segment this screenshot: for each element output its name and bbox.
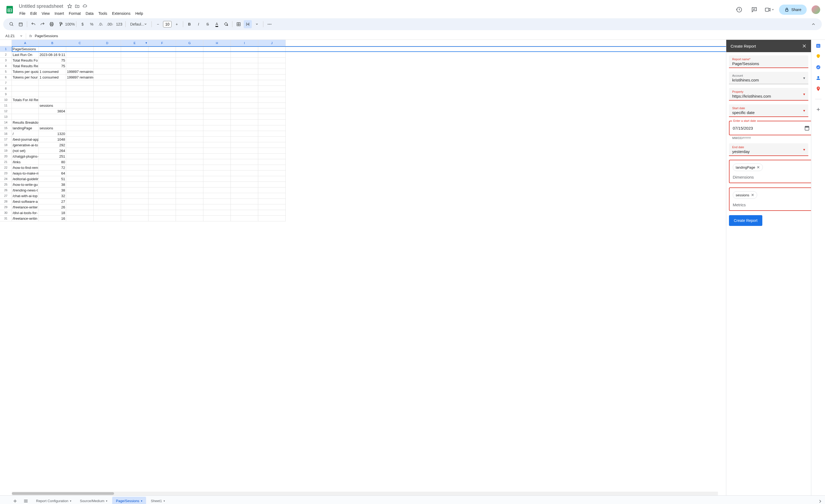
cell[interactable] [148, 159, 176, 165]
cell[interactable] [94, 165, 121, 171]
cell[interactable] [203, 86, 231, 91]
cell[interactable] [231, 103, 258, 108]
cell[interactable] [121, 154, 148, 159]
cell[interactable] [66, 216, 94, 221]
italic-icon[interactable]: I [195, 20, 203, 28]
cell[interactable] [231, 216, 258, 221]
cell[interactable] [66, 148, 94, 154]
cell[interactable] [148, 46, 176, 52]
share-button[interactable]: Share [779, 5, 807, 15]
row-header[interactable]: 19 [0, 148, 12, 154]
cell[interactable]: /how-to-write-gu [12, 182, 39, 187]
print-icon[interactable] [48, 20, 56, 28]
menu-insert[interactable]: Insert [53, 10, 66, 17]
cell[interactable] [231, 80, 258, 86]
row-header[interactable]: 17 [0, 137, 12, 142]
row-header[interactable]: 28 [0, 199, 12, 204]
cell[interactable] [121, 91, 148, 97]
cell[interactable] [203, 125, 231, 131]
metrics-box[interactable]: sessions ✕ Metrics [729, 187, 811, 211]
start-date-select[interactable]: specific date [732, 110, 805, 115]
merge-dropdown-icon[interactable] [253, 20, 261, 28]
cell[interactable]: Results Breakdown [12, 120, 39, 125]
cell[interactable] [148, 63, 176, 69]
menu-data[interactable]: Data [83, 10, 96, 17]
spreadsheet-grid[interactable]: ABCDE▾FGHIJ 1 Page/Sessions 2 Last Run O… [0, 40, 726, 495]
row-header[interactable]: 6 [0, 75, 12, 80]
sheet-tab[interactable]: Report Configuration ▾ [32, 497, 75, 504]
tasks-app-icon[interactable] [816, 65, 821, 70]
font-size-input[interactable] [163, 21, 172, 27]
currency-icon[interactable]: $ [79, 20, 87, 28]
tab-menu-icon[interactable]: ▾ [106, 499, 107, 502]
cell[interactable] [176, 182, 203, 187]
cell[interactable] [121, 159, 148, 165]
cell[interactable] [94, 159, 121, 165]
cell[interactable] [231, 114, 258, 120]
cell[interactable] [231, 159, 258, 165]
cell[interactable] [39, 114, 66, 120]
cell[interactable] [121, 204, 148, 210]
cell[interactable]: 72 [39, 165, 66, 171]
row-header[interactable]: 25 [0, 182, 12, 187]
strikethrough-icon[interactable]: S [204, 20, 212, 28]
cell[interactable] [203, 137, 231, 142]
cell[interactable] [121, 120, 148, 125]
cell[interactable] [12, 86, 39, 91]
row-header[interactable]: 20 [0, 154, 12, 159]
cell[interactable] [94, 148, 121, 154]
cell[interactable] [231, 69, 258, 75]
cell[interactable] [148, 182, 176, 187]
paint-format-icon[interactable] [57, 20, 65, 28]
all-sheets-icon[interactable] [21, 497, 30, 504]
cell[interactable] [231, 182, 258, 187]
cell[interactable] [148, 120, 176, 125]
cell[interactable] [121, 63, 148, 69]
cell[interactable] [66, 63, 94, 69]
row-header[interactable]: 4 [0, 63, 12, 69]
cell[interactable]: /best-software-a [12, 199, 39, 204]
cell[interactable] [121, 148, 148, 154]
cell[interactable] [176, 80, 203, 86]
cell[interactable] [258, 120, 286, 125]
cell[interactable] [231, 120, 258, 125]
cell[interactable] [258, 97, 286, 103]
cell[interactable]: 1 consumed [39, 75, 66, 80]
avatar[interactable] [811, 5, 821, 14]
cell[interactable] [176, 58, 203, 63]
cell[interactable] [94, 69, 121, 75]
cell[interactable]: 51 [39, 176, 66, 182]
cell[interactable] [94, 52, 121, 58]
cell[interactable] [94, 80, 121, 86]
calendar-icon[interactable] [17, 20, 25, 28]
cell[interactable] [121, 137, 148, 142]
bold-icon[interactable]: B [185, 20, 194, 28]
cell[interactable] [258, 125, 286, 131]
cell[interactable] [203, 58, 231, 63]
number-format[interactable]: 123 [115, 20, 123, 28]
cell[interactable] [121, 86, 148, 91]
cell[interactable]: /chatgpt-plugins- [12, 154, 39, 159]
cell[interactable] [176, 103, 203, 108]
cell[interactable] [258, 52, 286, 58]
cell[interactable] [148, 125, 176, 131]
cell[interactable] [66, 204, 94, 210]
cell[interactable]: 64 [39, 171, 66, 176]
menu-help[interactable]: Help [133, 10, 145, 17]
row-header[interactable]: 14 [0, 120, 12, 125]
side-panel-toggle-icon[interactable] [818, 499, 823, 504]
col-header-G[interactable]: G [176, 40, 203, 46]
cell[interactable] [203, 97, 231, 103]
cell[interactable] [176, 187, 203, 193]
move-icon[interactable] [75, 3, 80, 9]
cell[interactable] [258, 142, 286, 148]
cell[interactable]: /how-to-find-rem [12, 165, 39, 171]
cell[interactable] [94, 103, 121, 108]
cell[interactable]: /freelance-writin [12, 216, 39, 221]
cell[interactable] [231, 52, 258, 58]
cell[interactable]: 16 [39, 216, 66, 221]
cell[interactable] [258, 216, 286, 221]
menu-file[interactable]: File [17, 10, 28, 17]
cell[interactable] [39, 80, 66, 86]
cell[interactable] [258, 80, 286, 86]
